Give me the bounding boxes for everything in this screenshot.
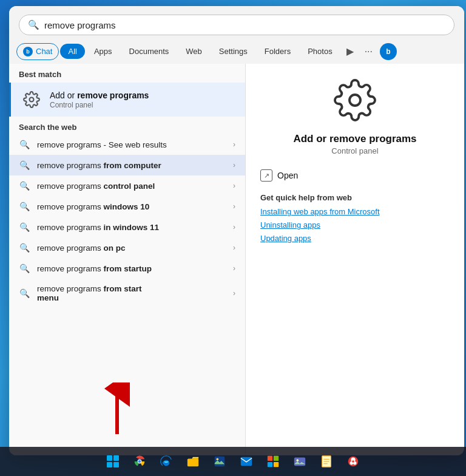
svg-point-0 xyxy=(30,98,34,102)
web-search-icon-6: 🔍 xyxy=(19,264,30,273)
web-item-3[interactable]: 🔍 remove programs windows 10 › xyxy=(9,196,245,217)
web-item-text-6: remove programs from startup xyxy=(37,264,226,273)
web-item-text-3: remove programs windows 10 xyxy=(37,202,226,211)
web-search-icon-1: 🔍 xyxy=(19,160,30,170)
best-match-item[interactable]: Add or remove programs Control panel xyxy=(9,83,245,117)
web-item-text-1: remove programs from computer xyxy=(37,161,226,170)
svg-rect-10 xyxy=(241,457,252,466)
taskbar-chrome[interactable] xyxy=(127,449,152,474)
svg-rect-12 xyxy=(274,456,279,461)
web-search-icon-5: 🔍 xyxy=(19,243,30,253)
quick-link-0[interactable]: Installing web apps from Microsoft xyxy=(260,207,380,216)
svg-point-25 xyxy=(352,460,354,463)
taskbar-notepad[interactable] xyxy=(314,449,339,474)
web-item-4[interactable]: 🔍 remove programs in windows 11 › xyxy=(9,217,245,237)
main-content: Best match Add or remove programs Contro… xyxy=(9,64,464,455)
taskbar-photos[interactable] xyxy=(208,449,232,474)
web-search-icon-2: 🔍 xyxy=(19,181,30,191)
bing-icon: b xyxy=(386,47,390,56)
search-bar: 🔍 xyxy=(9,6,464,40)
web-item-2[interactable]: 🔍 remove programs control panel › xyxy=(9,175,245,196)
right-panel: Add or remove programs Control panel ↗ O… xyxy=(246,64,464,455)
web-item-6[interactable]: 🔍 remove programs from startup › xyxy=(9,258,245,279)
web-item-0[interactable]: 🔍 remove programs - See web results › xyxy=(9,134,245,155)
antivirus-icon xyxy=(346,455,360,468)
taskbar-gallery[interactable] xyxy=(288,449,312,474)
desktop: 🔍 b Chat All Apps Documents Web Settings… xyxy=(0,0,466,476)
quick-link-1[interactable]: Uninstalling apps xyxy=(260,220,320,229)
red-arrow-indicator xyxy=(102,382,132,440)
chevron-icon-2: › xyxy=(233,182,235,190)
best-match-label: Best match xyxy=(9,64,245,83)
svg-point-9 xyxy=(217,458,219,461)
open-icon: ↗ xyxy=(260,169,272,182)
web-item-text-7: remove programs from startmenu xyxy=(37,284,226,302)
taskbar-files[interactable] xyxy=(181,449,205,474)
web-search-icon-3: 🔍 xyxy=(19,202,30,211)
chrome-icon xyxy=(133,455,146,468)
web-item-text-2: remove programs control panel xyxy=(37,182,226,191)
result-subtitle: Control panel xyxy=(331,146,378,155)
web-item-text-4: remove programs in windows 11 xyxy=(37,223,226,232)
taskbar-edge[interactable] xyxy=(154,449,178,474)
quick-link-2[interactable]: Updating apps xyxy=(260,234,311,243)
search-input-wrapper: 🔍 xyxy=(19,15,454,35)
tab-chat-label: Chat xyxy=(36,47,52,56)
svg-rect-15 xyxy=(294,458,305,466)
web-item-text-5: remove programs on pc xyxy=(37,243,226,253)
svg-point-16 xyxy=(297,459,299,461)
tab-all[interactable]: All xyxy=(60,44,84,59)
mail-icon xyxy=(240,455,253,468)
tab-apps[interactable]: Apps xyxy=(86,44,120,59)
tab-documents[interactable]: Documents xyxy=(121,44,177,59)
tab-folders[interactable]: Folders xyxy=(257,44,299,59)
tab-photos[interactable]: Photos xyxy=(300,44,340,59)
photos-icon xyxy=(213,455,226,468)
svg-rect-14 xyxy=(274,462,279,467)
files-icon xyxy=(186,455,200,468)
edge-icon xyxy=(160,455,173,468)
store-icon xyxy=(266,455,280,468)
web-item-5[interactable]: 🔍 remove programs on pc › xyxy=(9,237,245,258)
web-item-7[interactable]: 🔍 remove programs from startmenu › xyxy=(9,279,245,308)
search-input[interactable] xyxy=(44,20,445,30)
svg-rect-8 xyxy=(215,457,225,467)
chevron-icon-1: › xyxy=(233,161,235,169)
result-title: Add or remove programs xyxy=(293,133,416,145)
web-item-1[interactable]: 🔍 remove programs from computer › xyxy=(9,155,245,175)
svg-point-1 xyxy=(350,95,360,106)
open-label: Open xyxy=(277,171,298,180)
web-search-icon-0: 🔍 xyxy=(19,140,30,149)
svg-rect-7 xyxy=(187,458,198,466)
search-panel: 🔍 b Chat All Apps Documents Web Settings… xyxy=(9,6,464,455)
svg-rect-13 xyxy=(268,462,272,467)
web-item-text-0: remove programs - See web results xyxy=(37,140,226,149)
copilot-icon: b xyxy=(23,47,33,56)
settings-icon xyxy=(21,89,42,110)
gallery-icon xyxy=(293,455,306,468)
tab-web[interactable]: Web xyxy=(178,44,210,59)
more-button[interactable]: ▶ xyxy=(342,42,359,60)
taskbar xyxy=(0,447,466,476)
web-search-icon-7: 🔍 xyxy=(19,288,30,298)
ellipsis-button[interactable]: ··· xyxy=(360,43,377,60)
tab-chat[interactable]: b Chat xyxy=(16,43,59,60)
web-section-label: Search the web xyxy=(9,117,245,134)
filter-tabs: b Chat All Apps Documents Web Settings F… xyxy=(9,40,464,64)
bing-button[interactable]: b xyxy=(380,43,397,60)
open-button[interactable]: ↗ Open xyxy=(260,166,298,185)
best-match-subtitle: Control panel xyxy=(50,101,235,109)
taskbar-mail[interactable] xyxy=(234,449,258,474)
svg-rect-11 xyxy=(268,456,272,461)
taskbar-antivirus[interactable] xyxy=(341,449,365,474)
taskbar-store[interactable] xyxy=(261,449,285,474)
taskbar-start-button[interactable] xyxy=(101,449,125,474)
tab-settings[interactable]: Settings xyxy=(211,44,255,59)
quick-help-title: Get quick help from web xyxy=(260,193,352,202)
web-search-icon-4: 🔍 xyxy=(19,222,30,232)
chevron-icon-4: › xyxy=(233,223,235,231)
windows-logo xyxy=(107,455,119,467)
chevron-icon-5: › xyxy=(233,243,235,252)
best-match-title: Add or remove programs xyxy=(50,90,235,100)
chevron-icon-7: › xyxy=(233,289,235,298)
